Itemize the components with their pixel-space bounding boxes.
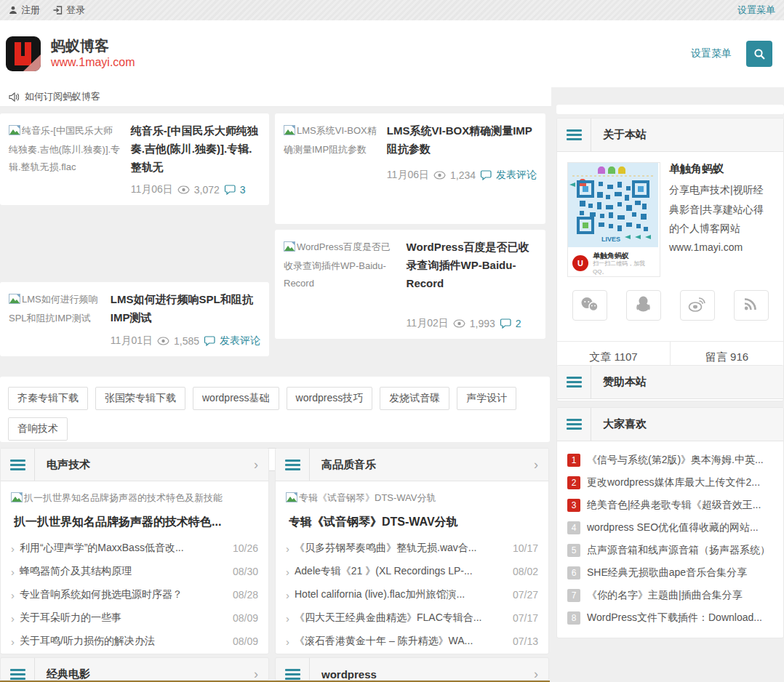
announcement-bar[interactable]: 如何订阅蚂蚁博客 [0,87,551,107]
article-title[interactable]: WordPress百度是否已收录查询插件WP-Baidu-Record [407,238,537,292]
speaker-icon [9,92,19,102]
arrow-icon: › [286,542,289,555]
post-link[interactable]: 《信号与系统(第2版)》奥本海姆.中英... [587,454,773,467]
post-list-item[interactable]: ›Adele专辑《21 》(XL Recordings LP-...08/02 [286,560,538,583]
popular-item[interactable]: 5点声源音箱和线声源音箱（扬声器系统） [567,539,773,561]
menu-icon[interactable] [276,449,310,481]
chevron-right-icon[interactable]: › [534,457,538,473]
menu-icon[interactable] [276,658,310,681]
post-link[interactable]: 《贝多芬钢琴奏鸣曲》整轨无损.wav合... [295,542,505,555]
article-title[interactable]: LMS如何进行频响SPL和阻抗IMP测试 [111,291,260,327]
popular-item[interactable]: 8WordPress文件下载插件：Download... [567,606,773,629]
post-link[interactable]: 专业音响系统如何挑选电源时序器？ [20,588,225,601]
article-thumbnail[interactable]: 纯音乐-[中国民乐大师纯独奏.吉他(陈川.独奏)].专辑.整轨无损.flac [9,122,122,196]
post-date: 07/13 [513,635,538,647]
post-list-item[interactable]: ›蜂鸣器简介及其结构原理08/30 [11,560,258,583]
post-list-item[interactable]: ›关于耳朵听力的一些事08/09 [11,606,258,630]
login-link[interactable]: 登录 [53,4,85,17]
comment-link[interactable]: 2 [516,318,521,329]
post-link[interactable]: 利用“心理声学”的MaxxBass低音改... [20,542,225,555]
article-card[interactable]: LMS如何进行频响SPL和阻抗IMP测试 LMS如何进行频响SPL和阻抗IMP测… [0,282,269,356]
arrow-icon: › [11,612,15,625]
register-link[interactable]: 注册 [9,4,40,17]
comment-link[interactable]: 发表评论 [220,334,260,348]
post-date: 10/26 [233,542,258,554]
tag-link[interactable]: wordpress技巧 [287,387,373,410]
post-list-item[interactable]: ›专业音响系统如何挑选电源时序器？08/28 [11,583,258,606]
about-site-url[interactable]: www.1mayi.com [669,241,773,253]
post-link[interactable]: 《滚石香港黄金十年 – 陈升精选》WA... [295,635,505,648]
rank-badge: 6 [567,566,580,579]
article-thumbnail[interactable]: WordPress百度是否已收录查询插件WP-Baidu-Record [284,238,398,330]
tag-link[interactable]: 齐秦专辑下载 [8,387,88,410]
article-card[interactable]: 纯音乐-[中国民乐大师纯独奏.吉他(陈川.独奏)].专辑.整轨无损.flac 纯… [0,113,269,205]
post-link[interactable]: 关于耳鸣/听力损伤的解决办法 [20,635,225,648]
chevron-right-icon[interactable]: › [534,667,538,681]
chevron-right-icon[interactable]: › [254,667,258,681]
popular-item[interactable]: 3绝美音色|经典老歌专辑《超级音效王... [567,494,773,516]
post-link[interactable]: wordpress SEO优化值得收藏的网站... [587,521,773,534]
post-list-item[interactable]: ›利用“心理声学”的MaxxBass低音改...10/26 [11,537,258,560]
qq-link[interactable] [626,290,661,321]
weibo-link[interactable] [680,290,715,321]
tag-link[interactable]: 声学设计 [457,387,516,410]
site-brand[interactable]: 蚂蚁博客 www.1mayi.com [51,37,135,71]
featured-post-title[interactable]: 扒一扒世界知名品牌扬声器的技术特色... [14,513,258,531]
popular-item[interactable]: 7《你的名字》主题曲|插曲合集分享 [567,584,773,606]
rss-link[interactable] [734,290,769,321]
wechat-link[interactable] [572,290,607,321]
widget-header: 赞助本站 [557,366,783,399]
tag-link[interactable]: 发烧试音碟 [380,387,449,410]
popular-item[interactable]: 2更改wordpress媒体库最大上传文件2... [567,471,773,494]
widget-about-site: 关于本站 [556,118,784,374]
menu-icon[interactable] [557,408,591,441]
comment-link[interactable]: 发表评论 [496,169,537,182]
post-link[interactable]: 关于耳朵听力的一些事 [20,611,225,625]
post-link[interactable]: SHE经典无损歌曲ape音乐合集分享 [587,566,773,579]
header-settings-menu-link[interactable]: 设置菜单 [691,47,732,60]
post-link[interactable]: 点声源音箱和线声源音箱（扬声器系统） [587,544,773,557]
post-list-item[interactable]: ›《贝多芬钢琴奏鸣曲》整轨无损.wav合...10/17 [286,537,538,560]
menu-icon[interactable] [1,449,35,481]
post-link[interactable]: WordPress文件下载插件：Download... [587,611,773,625]
tag-link[interactable]: 张国荣专辑下载 [95,387,185,410]
article-thumbnail[interactable]: LMS如何进行频响SPL和阻抗IMP测试 [9,291,102,348]
post-list-item[interactable]: ›《四大天王经典金曲精选》FLAC专辑合...07/17 [286,606,538,630]
site-logo[interactable] [6,36,41,71]
announcement-text[interactable]: 如何订阅蚂蚁博客 [25,90,100,103]
article-thumbnail[interactable]: LMS系统VI-BOX精确测量IMP阻抗参数 [284,122,378,215]
search-button[interactable] [746,41,772,67]
tag-link[interactable]: 音响技术 [8,417,68,441]
article-card[interactable]: LMS系统VI-BOX精确测量IMP阻抗参数 LMS系统VI-BOX精确测量IM… [275,113,545,224]
tag-cloud: 齐秦专辑下载张国荣专辑下载wordpress基础wordpress技巧发烧试音碟… [0,377,550,442]
post-link[interactable]: 《你的名字》主题曲|插曲合集分享 [587,589,773,602]
post-link[interactable]: 绝美音色|经典老歌专辑《超级音效王... [587,499,773,512]
post-list-item[interactable]: ›关于耳鸣/听力损伤的解决办法08/09 [11,630,258,653]
post-link[interactable]: Hotel california (live).flac加州旅馆演... [295,588,505,601]
post-list-item[interactable]: ›《滚石香港黄金十年 – 陈升精选》WA...07/13 [286,630,538,653]
menu-icon[interactable] [557,366,591,398]
tag-link[interactable]: wordpress基础 [193,387,279,410]
popular-item[interactable]: 4wordpress SEO优化值得收藏的网站... [567,516,773,539]
post-list-item[interactable]: ›Hotel california (live).flac加州旅馆演...07/… [286,583,538,606]
site-title[interactable]: 蚂蚁博客 [51,37,135,55]
featured-thumbnail[interactable]: 扒一扒世界知名品牌扬声器的技术特色及新技能 [11,489,258,509]
site-url[interactable]: www.1mayi.com [51,55,135,71]
comment-link[interactable]: 3 [240,184,246,196]
post-link[interactable]: 蜂鸣器简介及其结构原理 [20,565,225,578]
article-card[interactable]: WordPress百度是否已收录查询插件WP-Baidu-Record Word… [275,230,545,339]
popular-item[interactable]: 6SHE经典无损歌曲ape音乐合集分享 [567,561,773,584]
post-link[interactable]: 《四大天王经典金曲精选》FLAC专辑合... [295,611,505,625]
menu-icon[interactable] [1,658,35,681]
widget-classic-movies: 经典电影 › [0,657,269,681]
post-link[interactable]: 更改wordpress媒体库最大上传文件2... [587,476,773,489]
featured-thumbnail[interactable]: 专辑《试音钢琴》DTS-WAV分轨 [286,489,538,509]
article-title[interactable]: 纯音乐-[中国民乐大师纯独奏.吉他(陈川.独奏)].专辑.整轨无 [131,122,260,176]
featured-post-title[interactable]: 专辑《试音钢琴》DTS-WAV分轨 [289,513,538,531]
article-title[interactable]: LMS系统VI-BOX精确测量IMP阻抗参数 [387,122,537,159]
topbar-settings-menu-link[interactable]: 设置菜单 [737,4,775,17]
chevron-right-icon[interactable]: › [254,457,258,473]
popular-item[interactable]: 1《信号与系统(第2版)》奥本海姆.中英... [567,449,773,471]
post-link[interactable]: Adele专辑《21 》(XL Recordings LP-... [295,565,505,578]
menu-icon[interactable] [557,119,591,151]
